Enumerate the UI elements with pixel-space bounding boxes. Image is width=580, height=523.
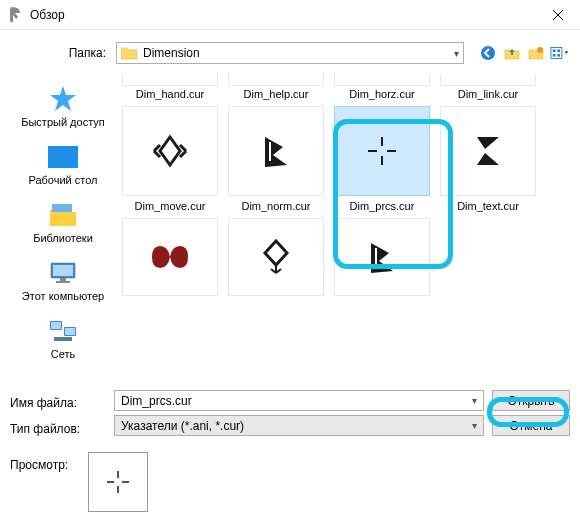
chevron-down-icon: ▾ <box>472 395 477 406</box>
svg-rect-4 <box>557 49 560 52</box>
svg-rect-12 <box>56 281 70 283</box>
desktop-icon <box>46 142 80 172</box>
svg-rect-11 <box>60 278 66 281</box>
svg-rect-16 <box>65 328 75 335</box>
filetype-label: Тип файлов: <box>10 416 106 442</box>
file-item[interactable]: Dim_hand.cur <box>118 74 222 100</box>
file-item[interactable] <box>118 218 222 296</box>
sidebar-item-desktop[interactable]: Рабочий стол <box>10 138 116 194</box>
chevron-down-icon: ▾ <box>454 48 459 59</box>
folder-dropdown[interactable]: Dimension ▾ <box>116 42 464 64</box>
chevron-down-icon: ▾ <box>472 420 477 431</box>
svg-rect-2 <box>551 48 562 59</box>
sidebar-item-libraries[interactable]: Библиотеки <box>10 196 116 252</box>
file-item[interactable]: Dim_help.cur <box>224 74 328 100</box>
svg-rect-3 <box>553 49 556 52</box>
app-icon <box>8 7 24 23</box>
folder-name: Dimension <box>143 46 200 60</box>
filename-label: Имя файла: <box>10 390 106 416</box>
file-item[interactable] <box>224 218 328 296</box>
close-button[interactable] <box>535 0 580 30</box>
svg-rect-8 <box>52 204 72 212</box>
svg-rect-14 <box>51 322 61 329</box>
sidebar-item-label: Рабочий стол <box>28 174 97 186</box>
preview-label: Просмотр: <box>10 452 80 472</box>
file-item[interactable]: Dim_text.cur <box>436 106 540 212</box>
filename-input[interactable]: Dim_prcs.cur ▾ <box>114 390 484 411</box>
new-folder-icon[interactable] <box>526 43 546 63</box>
svg-rect-10 <box>53 265 73 276</box>
back-icon[interactable] <box>478 43 498 63</box>
computer-icon <box>46 258 80 288</box>
svg-point-1 <box>537 47 543 53</box>
svg-rect-17 <box>54 337 72 341</box>
sidebar-item-network[interactable]: Сеть <box>10 312 116 368</box>
svg-point-0 <box>481 46 495 60</box>
sidebar-item-thispc[interactable]: Этот компьютер <box>10 254 116 310</box>
sidebar-item-quickaccess[interactable]: Быстрый доступ <box>10 80 116 136</box>
file-item[interactable] <box>330 218 434 296</box>
sidebar-item-label: Сеть <box>51 348 75 360</box>
filetype-dropdown[interactable]: Указатели (*.ani, *.cur) ▾ <box>114 415 484 436</box>
svg-rect-6 <box>557 54 560 57</box>
svg-rect-5 <box>553 54 556 57</box>
file-item[interactable]: Dim_horz.cur <box>330 74 434 100</box>
sidebar-item-label: Этот компьютер <box>22 290 104 302</box>
folder-label: Папка: <box>10 46 110 60</box>
sidebar-item-label: Быстрый доступ <box>21 116 105 128</box>
open-button[interactable]: Открыть <box>492 390 570 411</box>
libraries-icon <box>46 200 80 230</box>
file-item[interactable]: Dim_move.cur <box>118 106 222 212</box>
sidebar-item-label: Библиотеки <box>33 232 93 244</box>
window-title: Обзор <box>30 8 535 22</box>
cancel-button[interactable]: Отмена <box>492 415 570 436</box>
file-grid[interactable]: Dim_hand.cur Dim_help.cur Dim_horz.cur D… <box>116 74 570 384</box>
folder-icon <box>121 46 137 60</box>
file-item[interactable]: Dim_link.cur <box>436 74 540 100</box>
file-item[interactable]: Dim_norm.cur <box>224 106 328 212</box>
view-menu-icon[interactable] <box>550 43 570 63</box>
preview-box <box>88 452 148 512</box>
network-icon <box>46 316 80 346</box>
up-folder-icon[interactable] <box>502 43 522 63</box>
star-icon <box>46 84 80 114</box>
file-item-selected[interactable]: Dim_prcs.cur <box>330 106 434 212</box>
svg-rect-7 <box>48 146 78 168</box>
